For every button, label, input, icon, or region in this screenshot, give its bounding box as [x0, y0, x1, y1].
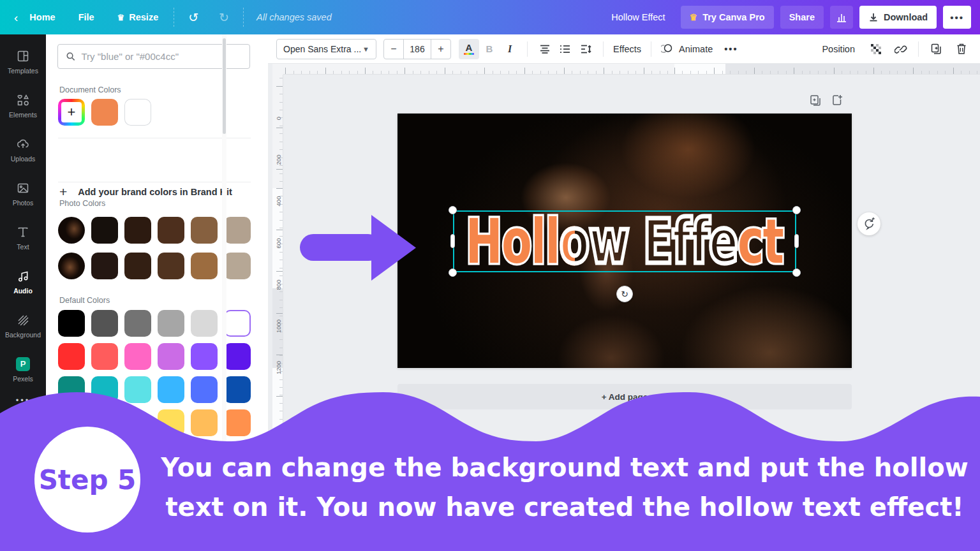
color-search[interactable]	[57, 44, 250, 69]
spacing-button[interactable]	[575, 39, 596, 59]
add-page-button[interactable]: + Add page	[397, 384, 852, 409]
photo-color-swatch[interactable]	[158, 253, 184, 279]
sidebar-item-text[interactable]: Text	[0, 216, 46, 260]
photo-thumbnail[interactable]	[58, 253, 85, 279]
photo-color-swatch[interactable]	[191, 253, 218, 279]
default-color-swatch[interactable]	[191, 343, 218, 370]
photo-color-swatch[interactable]	[91, 217, 118, 244]
rotate-handle[interactable]: ↻	[616, 286, 633, 302]
duplicate-page-icon[interactable]	[809, 94, 822, 107]
home-button[interactable]: Home	[18, 0, 66, 34]
tutorial-caption: You can change the background text and p…	[160, 448, 970, 527]
default-color-swatch[interactable]	[191, 376, 218, 403]
resize-button[interactable]: ♛ Resize	[106, 0, 170, 34]
selection-handle-left[interactable]	[450, 234, 455, 248]
text-color-button[interactable]: A	[459, 39, 479, 59]
undo-icon[interactable]: ↺	[178, 11, 209, 24]
analytics-button[interactable]	[830, 6, 853, 29]
sidebar-item-pexels[interactable]: P Pexels	[0, 348, 46, 392]
default-color-swatch[interactable]	[124, 376, 151, 403]
font-family-dropdown[interactable]: Open Sans Extra ... ▼	[276, 39, 376, 59]
animate-button[interactable]: Animate	[658, 43, 715, 55]
photo-color-swatch[interactable]	[158, 217, 184, 244]
photo-color-swatch[interactable]	[124, 253, 151, 279]
canva-editor: ‹ Home File ♛ Resize ↺ ↻ All changes sav…	[0, 0, 980, 551]
sidebar-item-background[interactable]: Background	[0, 304, 46, 348]
delete-button[interactable]	[951, 39, 972, 59]
default-color-swatch[interactable]	[191, 310, 218, 337]
transparency-button[interactable]	[865, 39, 886, 59]
trash-icon	[956, 43, 967, 55]
list-button[interactable]	[555, 39, 575, 59]
default-color-swatch[interactable]	[158, 310, 184, 337]
position-button[interactable]: Position	[819, 44, 858, 54]
templates-icon	[16, 49, 30, 63]
text-element[interactable]: Hollow Effect	[453, 210, 796, 272]
photo-color-swatch[interactable]	[224, 217, 251, 244]
redo-icon[interactable]: ↻	[209, 11, 239, 24]
default-color-swatch[interactable]	[158, 343, 184, 370]
sidebar-item-elements[interactable]: Elements	[0, 84, 46, 128]
file-menu[interactable]: File	[67, 0, 106, 34]
photo-thumbnail[interactable]	[58, 217, 85, 244]
text-align-button[interactable]	[535, 39, 555, 59]
tutorial-arrow	[300, 234, 382, 261]
link-button[interactable]	[891, 39, 911, 59]
share-button[interactable]: Share	[780, 6, 824, 29]
add-color-swatch[interactable]: +	[58, 99, 85, 126]
comment-refresh-icon	[863, 217, 875, 230]
canvas-letter: l	[531, 206, 546, 277]
default-color-swatch[interactable]	[124, 343, 151, 370]
default-color-swatch[interactable]	[158, 409, 184, 436]
photo-color-swatch[interactable]	[191, 217, 218, 244]
default-color-swatch[interactable]	[224, 409, 251, 436]
default-color-swatch[interactable]	[58, 310, 85, 337]
selection-handle-ne[interactable]	[792, 206, 801, 214]
duplicate-button[interactable]	[926, 39, 946, 59]
default-color-swatch[interactable]	[191, 409, 218, 436]
selection-handle-nw[interactable]	[449, 206, 457, 214]
upload-cloud-icon	[16, 137, 30, 151]
font-size-value[interactable]: 186	[403, 40, 431, 59]
effects-button[interactable]: Effects	[611, 44, 644, 54]
default-color-swatch[interactable]	[224, 376, 251, 403]
default-color-swatch[interactable]	[91, 376, 118, 403]
try-canva-pro-button[interactable]: ♛ Try Canva Pro	[681, 6, 774, 29]
photo-color-swatch[interactable]	[91, 253, 118, 279]
default-color-swatch[interactable]	[91, 343, 118, 370]
crown-icon: ♛	[690, 12, 698, 22]
document-color-swatch[interactable]	[91, 99, 118, 126]
photo-color-swatch[interactable]	[124, 217, 151, 244]
document-color-swatch[interactable]	[124, 99, 151, 126]
default-color-swatch[interactable]	[58, 343, 85, 370]
add-brand-colors-button[interactable]: + Add your brand colors in Brand Kit	[59, 185, 232, 198]
sidebar-item-photos[interactable]: Photos	[0, 172, 46, 216]
list-icon	[560, 44, 571, 54]
default-color-swatch[interactable]	[124, 310, 151, 337]
default-color-swatch[interactable]	[91, 310, 118, 337]
default-color-swatch[interactable]	[58, 376, 85, 403]
sidebar-item-templates[interactable]: Templates	[0, 40, 46, 84]
more-options-button[interactable]: •••	[943, 6, 971, 29]
download-button[interactable]: Download	[859, 6, 937, 29]
selection-handle-sw[interactable]	[449, 268, 457, 277]
comment-button[interactable]	[858, 212, 880, 235]
font-size-increase-button[interactable]: +	[431, 40, 450, 59]
bold-button[interactable]: B	[479, 39, 500, 59]
toolbar-more-button[interactable]: •••	[724, 44, 738, 54]
sidebar-item-uploads[interactable]: Uploads	[0, 128, 46, 172]
sidebar-item-audio[interactable]: Audio	[0, 260, 46, 304]
photo-color-swatch[interactable]	[224, 253, 251, 279]
sidebar-more-icon[interactable]: •••	[16, 395, 31, 405]
font-size-decrease-button[interactable]: −	[384, 40, 403, 59]
divider	[243, 8, 244, 27]
selection-handle-se[interactable]	[792, 268, 801, 277]
document-title[interactable]: Hollow Effect	[611, 12, 665, 22]
default-color-swatch[interactable]	[224, 343, 251, 370]
default-color-swatch[interactable]	[158, 376, 184, 403]
search-input[interactable]	[81, 51, 242, 62]
default-color-swatch-selected[interactable]	[224, 310, 251, 337]
add-page-icon[interactable]	[831, 94, 843, 107]
selection-handle-right[interactable]	[794, 234, 799, 248]
italic-button[interactable]: I	[500, 39, 520, 59]
